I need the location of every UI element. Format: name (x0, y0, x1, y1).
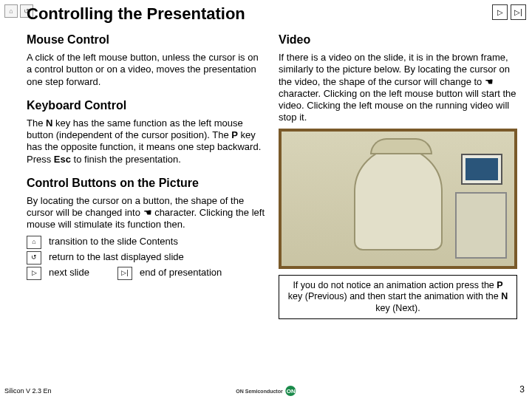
page-title: Controlling the Presentation (27, 4, 245, 24)
control-button-list: ⌂ transition to the slide Contents ↺ ret… (27, 236, 265, 280)
on-logo-icon: ON (286, 386, 296, 396)
home-icon-label: transition to the slide Contents (49, 236, 178, 248)
video-frame[interactable] (279, 129, 517, 269)
left-column: Mouse Control A click of the left mouse … (27, 31, 265, 377)
control-buttons-heading: Control Buttons on the Picture (27, 176, 265, 191)
control-buttons-text: By locating the cursor on a button, the … (27, 195, 265, 231)
content-area: Mouse Control A click of the left mouse … (27, 31, 517, 377)
list-item: ⌂ transition to the slide Contents (27, 236, 265, 249)
n-key: N (46, 117, 52, 129)
home-icon[interactable]: ⌂ (27, 236, 41, 249)
video-text: If there is a video on the slide, it is … (279, 52, 517, 124)
end-icon[interactable]: ▷| (117, 267, 132, 280)
home-icon-small: ⌂ (4, 4, 18, 18)
hand-cursor-icon: ☚ (143, 207, 152, 218)
animation-note: If you do not notice an animation action… (279, 275, 517, 320)
back-icon[interactable]: ↺ (27, 251, 41, 265)
footer-version: Silicon V 2.3 En (4, 387, 52, 395)
mouse-control-heading: Mouse Control (27, 33, 265, 47)
back-icon-label: return to the last displayed slide (49, 251, 184, 263)
footer-brand: ON Semiconductor ON (236, 386, 296, 396)
brand-text: ON Semiconductor (236, 389, 282, 394)
list-item: ▷ next slide ▷| end of presentation (27, 267, 265, 280)
monitor-graphic (461, 154, 502, 185)
list-item: ↺ return to the last displayed slide (27, 251, 265, 265)
next-icon[interactable]: ▷ (27, 267, 41, 280)
page-number: 3 (519, 384, 525, 395)
p-key: P (497, 280, 502, 290)
n-key: N (501, 291, 508, 301)
end-presentation-button[interactable]: ▷| (511, 4, 526, 20)
equipment-graphic (354, 147, 443, 250)
right-column: Video If there is a video on the slide, … (279, 31, 517, 377)
p-key: P (231, 129, 238, 140)
mouse-control-text: A click of the left mouse button, unless… (27, 52, 265, 88)
hand-cursor-icon: ☚ (485, 76, 494, 87)
keyboard-control-heading: Keyboard Control (27, 98, 265, 113)
end-icon-label: end of presentation (140, 267, 222, 279)
next-icon-label: next slide (49, 267, 89, 279)
esc-key: Esc (54, 154, 71, 165)
next-slide-button[interactable]: ▷ (492, 4, 508, 20)
video-heading: Video (279, 33, 517, 47)
rack-graphic (455, 192, 507, 259)
keyboard-control-text: The N key has the same function as the l… (27, 117, 265, 166)
